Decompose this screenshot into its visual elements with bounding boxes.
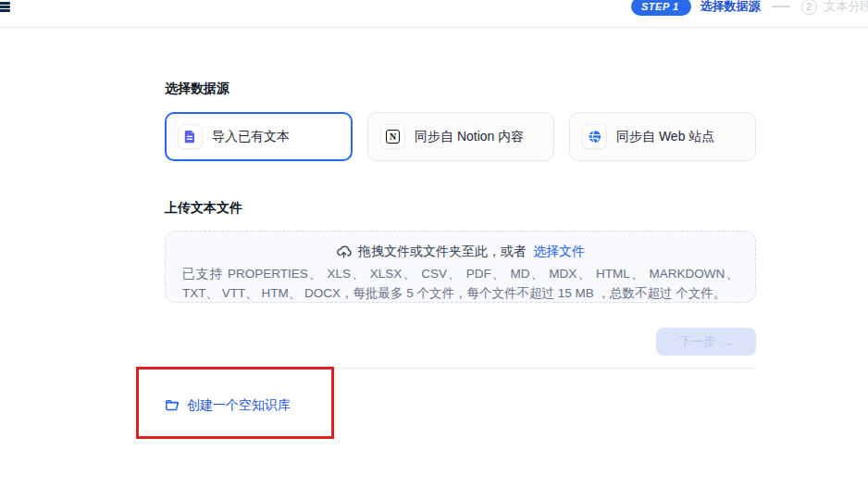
datasource-section-title: 选择数据源	[165, 81, 756, 97]
folder-icon	[165, 398, 180, 413]
create-empty-kb-label: 创建一个空知识库	[187, 397, 291, 414]
main-content: 选择数据源 导入已有文本 N 同步自 Notion 内容	[165, 28, 756, 356]
datasource-options: 导入已有文本 N 同步自 Notion 内容 同步自 Web 站点	[165, 112, 756, 161]
section-divider	[135, 368, 755, 369]
option-label: 导入已有文本	[212, 129, 290, 145]
globe-icon	[582, 124, 607, 149]
option-import-text[interactable]: 导入已有文本	[165, 112, 353, 161]
step-divider	[772, 6, 790, 7]
option-sync-web[interactable]: 同步自 Web 站点	[569, 112, 756, 161]
step1-badge: STEP 1	[631, 0, 691, 16]
arrow-right-icon: →	[721, 335, 733, 349]
button-row: 下一步 →	[165, 328, 756, 356]
upload-cloud-icon	[336, 244, 352, 260]
upload-section-title: 上传文本文件	[165, 200, 756, 217]
option-label: 同步自 Notion 内容	[415, 129, 524, 145]
hamburger-icon[interactable]	[0, 1, 10, 16]
next-step-button[interactable]: 下一步 →	[656, 328, 756, 356]
file-dropzone[interactable]: 拖拽文件或文件夹至此，或者 选择文件 已支持 PROPERTIES、 XLS、 …	[165, 231, 756, 303]
dropzone-text: 拖拽文件或文件夹至此，或者	[358, 244, 527, 260]
step1-label: 选择数据源	[701, 0, 761, 15]
browse-files-link[interactable]: 选择文件	[533, 244, 585, 260]
option-sync-notion[interactable]: N 同步自 Notion 内容	[367, 112, 554, 161]
supported-files-hint: 已支持 PROPERTIES、 XLS、 XLSX、 CSV、 PDF、 MD、…	[182, 265, 738, 303]
dropzone-instruction: 拖拽文件或文件夹至此，或者 选择文件	[166, 244, 755, 260]
file-text-icon	[178, 124, 203, 149]
step-indicator: STEP 1 选择数据源 2 文本分段与清	[631, 0, 868, 20]
create-knowledge-base-page: STEP 1 选择数据源 2 文本分段与清 选择数据源 导入已有文本	[0, 0, 868, 501]
option-label: 同步自 Web 站点	[616, 129, 714, 145]
create-empty-kb-link[interactable]: 创建一个空知识库	[165, 397, 291, 414]
step2-number: 2	[801, 0, 817, 15]
step2-label: 文本分段与清	[825, 0, 868, 15]
notion-icon: N	[380, 124, 405, 149]
top-bar: STEP 1 选择数据源 2 文本分段与清	[0, 0, 868, 28]
